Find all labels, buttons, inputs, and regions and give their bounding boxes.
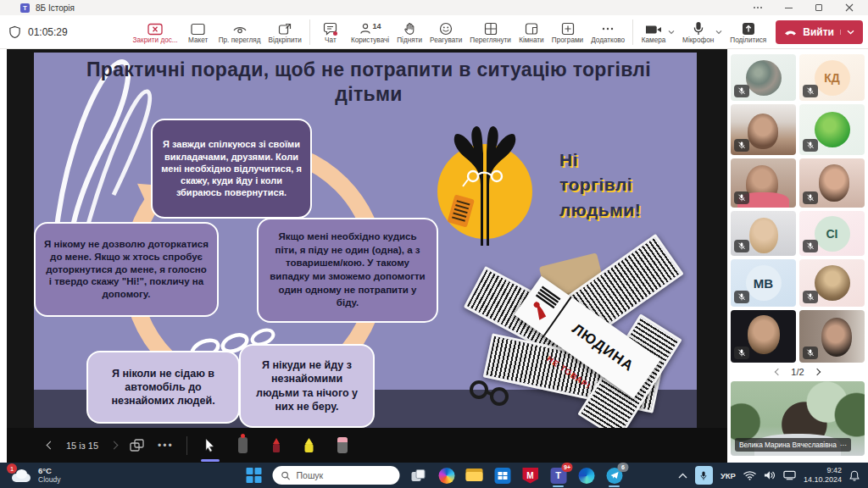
highlighter-tool-button[interactable] — [299, 435, 320, 457]
presenter-name-chip: Велика Марина Вячеславівна ··· — [735, 438, 851, 452]
mic-muted-icon — [734, 191, 749, 204]
participant-tile-initials-kd[interactable]: КД — [799, 54, 865, 101]
file-explorer-button[interactable] — [465, 466, 484, 485]
minimize-button[interactable] — [783, 3, 793, 13]
participant-tile-avatar-cartoon[interactable] — [799, 104, 865, 155]
meeting-toolbar: 01:05:29 Закрити дос... Макет Пр. перегл… — [0, 15, 868, 49]
clock[interactable]: 9:42 14.10.2024 — [804, 466, 842, 485]
mic-muted-icon — [734, 347, 749, 359]
leave-chevron-icon[interactable] — [840, 30, 854, 35]
eraser-tool-button[interactable] — [332, 435, 353, 457]
presenter-view-button[interactable]: Пр. перегляд — [219, 20, 261, 44]
notifications-bell-icon[interactable] — [849, 470, 860, 481]
participant-tile-initials-si[interactable]: СІ — [799, 211, 865, 256]
participant-tile-avatar-photo[interactable] — [731, 54, 796, 101]
react-button[interactable]: Реагувати — [430, 20, 462, 44]
presenter-name: Велика Марина Вячеславівна — [739, 441, 837, 449]
weather-widget[interactable]: 1 6°C Cloudy — [0, 467, 60, 485]
participant-tile-video[interactable] — [731, 310, 796, 363]
windows-taskbar: 1 6°C Cloudy Пошук M T 9+ — [0, 463, 868, 488]
deck-more-button[interactable]: ••• — [158, 440, 174, 452]
camera-chevron-icon[interactable] — [668, 30, 675, 35]
hands-breaking-chains-graphic — [431, 119, 539, 246]
apps-button[interactable]: Програми — [552, 20, 583, 44]
camera-button[interactable]: Камера — [641, 20, 666, 44]
layout-button[interactable]: Макет — [186, 20, 211, 44]
slide-grid-button[interactable] — [130, 439, 145, 452]
speaker-icon[interactable] — [764, 470, 776, 480]
leave-button[interactable]: Вийти — [776, 20, 863, 44]
participant-tile-video[interactable] — [799, 158, 865, 208]
chat-button[interactable]: Чат — [318, 20, 343, 44]
raise-hand-button[interactable]: Підняти — [397, 20, 422, 44]
mic-muted-icon — [803, 139, 818, 152]
participants-button[interactable]: 14 Користувачі — [351, 20, 389, 44]
m365-app-button[interactable] — [577, 466, 596, 485]
laser-pointer-tool-button[interactable] — [233, 435, 253, 457]
participants-count: 14 — [372, 22, 381, 30]
tray-microphone-indicator[interactable] — [695, 466, 713, 485]
microsoft-store-button[interactable] — [493, 466, 512, 485]
maximize-button[interactable] — [814, 3, 824, 13]
pagination-next-button[interactable] — [813, 369, 820, 375]
language-indicator[interactable]: УКР — [721, 471, 736, 480]
teams-logo-icon: T — [20, 3, 30, 13]
titlebar-more-icon[interactable] — [753, 3, 763, 13]
telegram-app-button[interactable]: 6 — [605, 466, 624, 485]
next-slide-button[interactable] — [110, 441, 119, 450]
meeting-timer: 01:05:29 — [0, 25, 68, 39]
mcafee-button[interactable]: M — [521, 466, 540, 485]
avatar-cartoon — [815, 112, 850, 147]
task-view-button[interactable] — [409, 466, 428, 485]
weather-condition: Cloudy — [38, 476, 60, 485]
cursor-tool-button[interactable] — [200, 435, 220, 457]
start-button[interactable] — [245, 466, 264, 485]
participant-grid: КД СІ — [731, 54, 865, 363]
rooms-button[interactable]: Кімнати — [519, 20, 544, 44]
previous-slide-button[interactable] — [47, 441, 55, 450]
wifi-icon[interactable] — [743, 470, 756, 480]
microphone-icon — [692, 20, 705, 36]
teams-notification-badge: 9+ — [562, 463, 573, 472]
microphone-button[interactable]: Мікрофон — [682, 20, 714, 44]
unpin-button[interactable]: Відкріпити — [269, 20, 302, 44]
mcafee-shield-icon: M — [522, 468, 538, 484]
tray-expand-icon[interactable] — [678, 473, 687, 479]
pagination-prev-button[interactable] — [775, 369, 782, 375]
presenter-more-icon[interactable]: ··· — [840, 441, 847, 449]
participant-tile-initials-mv[interactable]: МВ — [731, 259, 796, 307]
stop-share-icon — [147, 20, 163, 36]
highlighter-icon — [303, 437, 315, 454]
participant-tile-video[interactable] — [731, 104, 796, 155]
advice-bubble-no-car: Я ніколи не сідаю в автомобіль до незнай… — [86, 351, 240, 424]
participant-tile-video[interactable] — [731, 211, 796, 256]
more-button[interactable]: Додатково — [591, 20, 625, 44]
cursor-icon — [203, 438, 216, 453]
folder-icon — [466, 469, 483, 482]
task-view-icon — [411, 469, 426, 482]
participant-tile-avatar-cat[interactable] — [799, 259, 865, 307]
presentation-controls: 15 із 15 ••• — [7, 428, 727, 463]
cast-icon[interactable] — [783, 470, 796, 480]
presenter-video-tile[interactable]: Велика Марина Вячеславівна ··· — [731, 381, 865, 456]
pen-tool-button[interactable] — [266, 435, 287, 457]
participants-pagination: 1/2 — [727, 364, 868, 380]
view-button[interactable]: Переглянути — [470, 20, 511, 44]
taskbar-search[interactable]: Пошук — [273, 466, 400, 485]
participant-tile-video[interactable] — [731, 158, 796, 208]
stop-presenting-button[interactable]: Закрити дос... — [133, 20, 178, 44]
share-button[interactable]: Поділитися — [730, 20, 766, 44]
raise-hand-icon — [403, 20, 416, 36]
copilot-app-button[interactable] — [437, 466, 456, 485]
microphone-chevron-icon[interactable] — [715, 30, 722, 35]
pen-icon — [270, 437, 282, 454]
teams-app-button[interactable]: T 9+ — [549, 466, 568, 485]
slogan-line-2: торгівлі — [559, 172, 641, 197]
weather-badge: 1 — [7, 463, 17, 474]
close-button[interactable] — [844, 3, 854, 13]
participant-tile-video[interactable] — [799, 310, 865, 363]
search-icon — [281, 471, 291, 480]
system-tray: УКР 9:42 14.10.2024 — [678, 466, 868, 485]
teams-meeting-window: T 8Б Історія 01:05:29 Закрити дос... — [0, 0, 868, 488]
weather-temperature: 6°C — [38, 467, 60, 476]
